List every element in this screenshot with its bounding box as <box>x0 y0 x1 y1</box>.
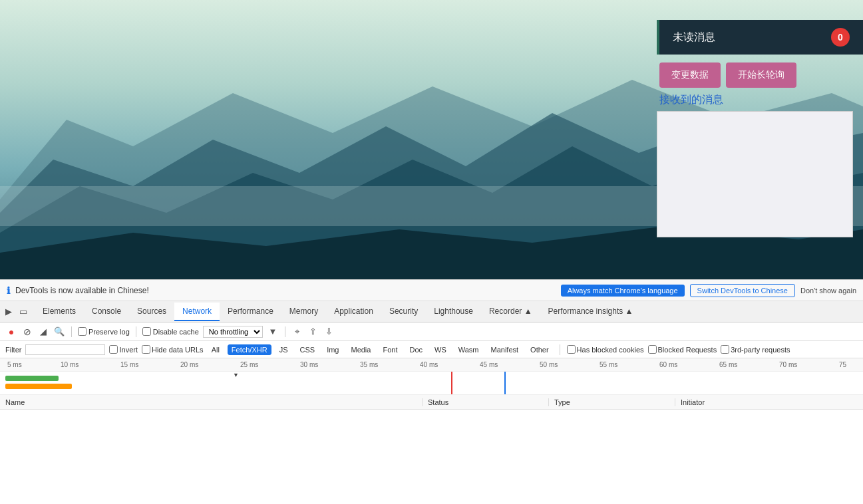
tick-15ms: 15 ms <box>118 358 138 371</box>
tick-50ms: 50 ms <box>538 358 558 371</box>
preserve-log-label[interactable]: Preserve log <box>78 327 130 336</box>
network-table-header: Name Status Type Initiator <box>0 395 863 410</box>
unread-title: 未读消息 <box>673 31 715 45</box>
filter-label: Filter <box>5 346 21 354</box>
cursor-icon[interactable]: ▶ <box>3 306 15 318</box>
throttle-select[interactable]: No throttling Fast 3G Slow 3G <box>203 326 263 338</box>
devtools-tab-icons: ▶ ▭ <box>3 306 29 318</box>
has-blocked-cookies-checkbox[interactable] <box>567 345 576 354</box>
devtools-panel: ℹ DevTools is now available in Chinese! … <box>0 279 863 504</box>
disable-cache-text: Disable cache <box>153 328 199 336</box>
tab-lighthouse[interactable]: Lighthouse <box>426 303 481 321</box>
received-messages-title: 接收到的消息 <box>657 93 863 107</box>
throttle-icon[interactable]: ▼ <box>267 326 279 338</box>
blocked-requests-label[interactable]: Blocked Requests <box>648 345 717 354</box>
info-icon: ℹ <box>7 285 10 296</box>
devtools-notification-bar: ℹ DevTools is now available in Chinese! … <box>0 280 863 301</box>
col-type-header[interactable]: Type <box>549 398 675 406</box>
hide-data-urls-checkbox[interactable] <box>142 345 150 354</box>
third-party-text: 3rd-party requests <box>731 346 790 354</box>
blocked-requests-text: Blocked Requests <box>658 346 717 354</box>
tick-5ms: 5 ms <box>5 358 22 371</box>
tab-performance-insights[interactable]: Performance insights ▲ <box>540 303 641 321</box>
load-line <box>504 372 506 395</box>
filter-input[interactable] <box>25 344 105 355</box>
tick-45ms: 45 ms <box>478 358 498 371</box>
upload-icon[interactable]: ⇧ <box>307 326 319 338</box>
button-row: 变更数据 开始长轮询 <box>657 63 863 88</box>
third-party-checkbox[interactable] <box>721 345 729 354</box>
tab-application[interactable]: Application <box>326 303 381 321</box>
filter-manifest[interactable]: Manifest <box>487 344 523 355</box>
hide-data-urls-text: Hide data URLs <box>152 346 204 354</box>
stop-icon[interactable]: ⊘ <box>21 326 33 338</box>
cursor-triangle: ▼ <box>233 372 239 378</box>
col-initiator-header[interactable]: Initiator <box>675 398 863 406</box>
unread-bar: 未读消息 0 <box>657 20 863 55</box>
invert-label[interactable]: Invert <box>109 345 138 354</box>
dismiss-link[interactable]: Don't show again <box>800 287 856 295</box>
invert-text: Invert <box>119 346 138 354</box>
search-icon[interactable]: 🔍 <box>53 326 65 338</box>
download-icon[interactable]: ⇩ <box>323 326 335 338</box>
preserve-log-checkbox[interactable] <box>78 327 86 336</box>
record-icon[interactable]: ● <box>5 326 17 338</box>
tab-security[interactable]: Security <box>381 303 426 321</box>
tab-sources[interactable]: Sources <box>129 303 174 321</box>
disable-cache-checkbox[interactable] <box>142 327 151 336</box>
devtools-toolbar: ● ⊘ ◢ 🔍 Preserve log Disable cache No th… <box>0 322 863 341</box>
filter-icon[interactable]: ◢ <box>37 326 49 338</box>
invert-checkbox[interactable] <box>109 345 118 354</box>
match-language-button[interactable]: Always match Chrome's language <box>561 285 685 297</box>
tick-35ms: 35 ms <box>358 358 378 371</box>
device-icon[interactable]: ▭ <box>17 306 29 318</box>
waterfall-bar-2 <box>5 384 72 389</box>
filter-font[interactable]: Font <box>379 344 401 355</box>
divider-1 <box>71 326 72 337</box>
filter-ws[interactable]: WS <box>431 344 450 355</box>
change-data-button[interactable]: 变更数据 <box>659 63 721 88</box>
filter-fetch-xhr[interactable]: Fetch/XHR <box>228 344 271 355</box>
devtools-filter-bar: Filter Invert Hide data URLs All Fetch/X… <box>0 341 863 358</box>
network-table-body <box>0 410 863 504</box>
col-name-header[interactable]: Name <box>0 398 423 406</box>
has-blocked-cookies-text: Has blocked cookies <box>577 346 644 354</box>
filter-other[interactable]: Other <box>526 344 553 355</box>
filter-css[interactable]: CSS <box>296 344 319 355</box>
main-page: 未读消息 0 变更数据 开始长轮询 接收到的消息 <box>0 0 863 279</box>
tick-75: 75 <box>837 358 846 371</box>
tick-20ms: 20 ms <box>178 358 198 371</box>
ui-panel: 未读消息 0 变更数据 开始长轮询 接收到的消息 <box>657 20 863 237</box>
tab-performance[interactable]: Performance <box>220 303 281 321</box>
divider-3 <box>285 326 285 337</box>
filter-media[interactable]: Media <box>347 344 375 355</box>
start-poll-button[interactable]: 开始长轮询 <box>726 63 796 88</box>
tick-30ms: 30 ms <box>298 358 318 371</box>
tab-memory[interactable]: Memory <box>281 303 326 321</box>
message-box[interactable] <box>657 111 853 237</box>
blocked-requests-checkbox[interactable] <box>648 345 657 354</box>
tab-network[interactable]: Network <box>174 303 220 321</box>
tab-recorder[interactable]: Recorder ▲ <box>481 303 540 321</box>
third-party-label[interactable]: 3rd-party requests <box>721 345 790 354</box>
timeline-waterfall: ▼ <box>0 372 863 395</box>
has-blocked-cookies-label[interactable]: Has blocked cookies <box>567 345 644 354</box>
waterfall-bar-1 <box>5 376 59 381</box>
wifi-icon[interactable]: ⌖ <box>291 326 303 338</box>
devtools-tab-bar: ▶ ▭ Elements Console Sources Network Per… <box>0 301 863 322</box>
col-status-header[interactable]: Status <box>423 398 549 406</box>
filter-all[interactable]: All <box>208 344 224 355</box>
tick-25ms: 25 ms <box>238 358 258 371</box>
tick-40ms: 40 ms <box>418 358 438 371</box>
tab-elements[interactable]: Elements <box>35 303 84 321</box>
filter-doc[interactable]: Doc <box>405 344 427 355</box>
hide-data-urls-label[interactable]: Hide data URLs <box>142 345 204 354</box>
filter-img[interactable]: Img <box>323 344 343 355</box>
unread-badge: 0 <box>831 28 850 47</box>
switch-chinese-button[interactable]: Switch DevTools to Chinese <box>690 284 795 297</box>
tab-console[interactable]: Console <box>84 303 129 321</box>
filter-wasm[interactable]: Wasm <box>454 344 483 355</box>
filter-js[interactable]: JS <box>275 344 292 355</box>
disable-cache-label[interactable]: Disable cache <box>142 327 199 336</box>
tick-55ms: 55 ms <box>598 358 617 371</box>
